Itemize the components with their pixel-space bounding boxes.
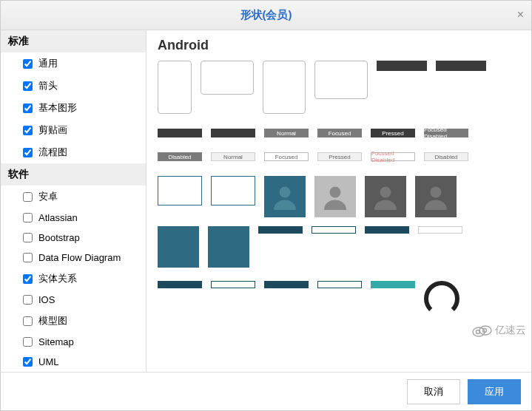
item-label: Bootstrap <box>38 232 80 243</box>
item-label: UML <box>38 356 58 367</box>
shape-action-bar[interactable] <box>158 281 202 288</box>
checkbox[interactable] <box>23 295 33 305</box>
shape-checkbox-list[interactable] <box>211 176 255 206</box>
shape-button-disabled[interactable]: Disabled <box>158 152 202 161</box>
shape-button[interactable] <box>158 129 202 137</box>
shape-checkbox-list[interactable] <box>158 176 202 206</box>
shape-spinner-ring[interactable] <box>424 281 459 316</box>
checkbox[interactable] <box>23 148 33 157</box>
svg-point-0 <box>280 187 291 198</box>
shape-action-bar[interactable] <box>211 281 255 288</box>
checkbox[interactable] <box>23 253 33 262</box>
shape-grid <box>158 61 520 114</box>
shape-button-normal[interactable]: Normal <box>264 129 309 137</box>
shape-button-pressed[interactable]: Pressed <box>317 152 362 161</box>
item-label: 模型图 <box>38 314 67 327</box>
item-label: 箭头 <box>38 79 58 92</box>
shape-grid: Disabled Normal Focused Pressed Focused … <box>158 152 520 161</box>
shape-avatar-teal[interactable] <box>264 176 306 217</box>
sidebar-item[interactable]: 模型图 <box>1 310 146 332</box>
item-label: 基本图形 <box>38 101 77 115</box>
shape-action-bar[interactable] <box>312 226 356 234</box>
shape-button-focused[interactable]: Focused <box>264 152 309 161</box>
sidebar-item[interactable]: 剪贴画 <box>1 119 146 141</box>
shape-action-bar[interactable] <box>317 281 362 288</box>
checkbox[interactable] <box>23 213 33 223</box>
sidebar-item[interactable]: 基本图形 <box>1 97 146 119</box>
dialog-body: 标准 通用 箭头 基本图形 剪贴画 流程图 软件 安卓 Atlassian Bo… <box>1 30 531 372</box>
shape-teal-block[interactable] <box>208 226 249 268</box>
shape-tablet-landscape[interactable] <box>314 61 368 99</box>
sidebar-item[interactable]: 实体关系 <box>1 268 146 290</box>
sidebar-item[interactable]: 流程图 <box>1 141 146 163</box>
shape-tablet-portrait[interactable] <box>263 61 306 114</box>
shape-button[interactable] <box>211 129 255 137</box>
shape-avatar-dark[interactable] <box>415 176 457 217</box>
item-label: Atlassian <box>38 212 78 223</box>
shape-action-bar[interactable] <box>371 281 415 288</box>
checkbox[interactable] <box>23 192 33 202</box>
item-label: 安卓 <box>38 190 58 203</box>
sidebar-item[interactable]: Bootstrap <box>1 228 146 248</box>
checkbox[interactable] <box>23 103 33 113</box>
checkbox[interactable] <box>23 126 33 135</box>
checkbox[interactable] <box>23 81 33 91</box>
cancel-button[interactable]: 取消 <box>407 379 460 404</box>
shape-action-bar[interactable] <box>365 226 409 234</box>
shape-button-disabled[interactable]: Disabled <box>424 152 468 161</box>
footer: 取消 应用 <box>1 372 531 410</box>
apply-button[interactable]: 应用 <box>468 379 521 404</box>
sidebar-item[interactable]: Atlassian <box>1 208 146 228</box>
item-label: 剪贴画 <box>38 123 67 137</box>
item-label: 实体关系 <box>38 272 77 285</box>
shape-phone-portrait[interactable] <box>158 61 192 114</box>
sidebar[interactable]: 标准 通用 箭头 基本图形 剪贴画 流程图 软件 安卓 Atlassian Bo… <box>1 30 147 372</box>
sidebar-item[interactable]: UML <box>1 352 146 372</box>
svg-point-3 <box>431 187 442 198</box>
dialog: 形状(会员) × 标准 通用 箭头 基本图形 剪贴画 流程图 软件 安卓 Atl… <box>0 0 532 411</box>
category-header: 软件 <box>1 163 146 186</box>
shape-avatar-light[interactable] <box>314 176 356 217</box>
sidebar-item[interactable]: Data Flow Diagram <box>1 248 146 268</box>
shape-grid <box>158 281 520 316</box>
watermark-text: 亿速云 <box>495 324 526 337</box>
shape-dark-bar[interactable] <box>436 61 486 71</box>
shape-action-bar[interactable] <box>264 281 309 288</box>
checkbox[interactable] <box>23 233 33 242</box>
svg-point-2 <box>380 187 391 198</box>
watermark: 亿速云 <box>471 324 526 337</box>
checkbox[interactable] <box>23 357 33 367</box>
shape-teal-block[interactable] <box>158 226 199 268</box>
shape-action-bar[interactable] <box>258 226 303 234</box>
shape-button-focused[interactable]: Focused <box>317 129 362 137</box>
sidebar-item[interactable]: IOS <box>1 290 146 310</box>
checkbox[interactable] <box>23 274 33 284</box>
shape-dark-bar[interactable] <box>377 61 427 71</box>
cloud-icon <box>471 324 492 337</box>
shape-grid <box>158 226 520 268</box>
svg-point-5 <box>479 326 491 335</box>
shape-button-focused-disabled[interactable]: Focused Disabled <box>371 152 415 161</box>
close-icon[interactable]: × <box>517 8 524 21</box>
checkbox[interactable] <box>23 59 33 69</box>
shape-button-focused-disabled[interactable]: Focused Disabled <box>424 129 468 137</box>
item-label: 通用 <box>38 57 58 70</box>
content-title: Android <box>158 38 520 53</box>
shape-grid: Normal Focused Pressed Focused Disabled <box>158 129 520 137</box>
category-header: 标准 <box>1 30 146 52</box>
titlebar: 形状(会员) × <box>1 1 531 30</box>
shape-action-bar[interactable] <box>418 226 462 234</box>
content-panel[interactable]: Android Normal Focused Pressed Focused D… <box>147 30 531 372</box>
checkbox[interactable] <box>23 337 33 347</box>
shape-button-normal[interactable]: Normal <box>211 152 255 161</box>
sidebar-item[interactable]: 箭头 <box>1 75 146 97</box>
shape-avatar-dark[interactable] <box>365 176 406 217</box>
item-label: 流程图 <box>38 146 67 159</box>
svg-point-6 <box>477 330 480 334</box>
sidebar-item[interactable]: Sitemap <box>1 332 146 352</box>
sidebar-item[interactable]: 通用 <box>1 52 146 75</box>
shape-button-pressed[interactable]: Pressed <box>371 129 415 137</box>
shape-phone-landscape[interactable] <box>201 61 254 95</box>
checkbox[interactable] <box>23 316 33 326</box>
sidebar-item[interactable]: 安卓 <box>1 186 146 208</box>
